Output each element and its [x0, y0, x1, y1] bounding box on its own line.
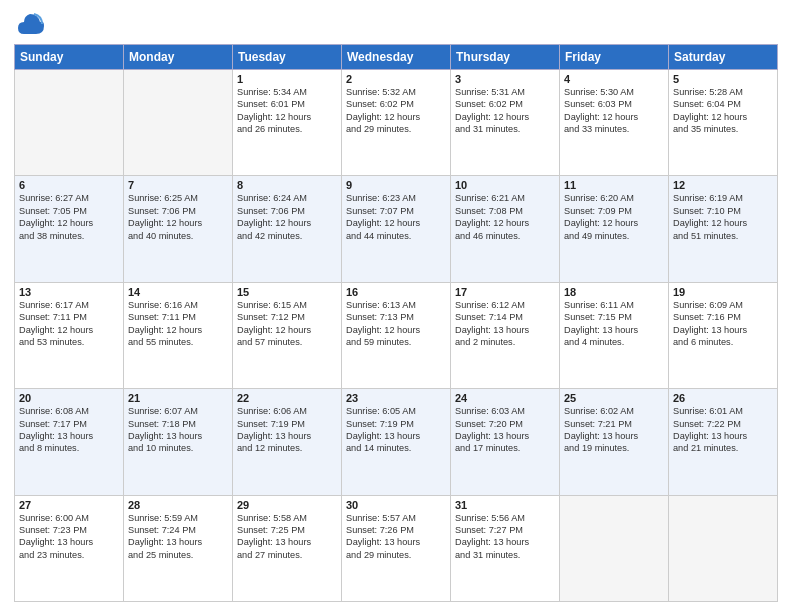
calendar-cell: 8Sunrise: 6:24 AM Sunset: 7:06 PM Daylig… [233, 176, 342, 282]
calendar-cell: 7Sunrise: 6:25 AM Sunset: 7:06 PM Daylig… [124, 176, 233, 282]
day-number: 14 [128, 286, 228, 298]
day-info: Sunrise: 5:32 AM Sunset: 6:02 PM Dayligh… [346, 86, 446, 136]
calendar-cell: 2Sunrise: 5:32 AM Sunset: 6:02 PM Daylig… [342, 70, 451, 176]
week-row-3: 13Sunrise: 6:17 AM Sunset: 7:11 PM Dayli… [15, 282, 778, 388]
day-number: 8 [237, 179, 337, 191]
weekday-header-row: SundayMondayTuesdayWednesdayThursdayFrid… [15, 45, 778, 70]
day-info: Sunrise: 6:01 AM Sunset: 7:22 PM Dayligh… [673, 405, 773, 455]
weekday-thursday: Thursday [451, 45, 560, 70]
calendar-cell: 12Sunrise: 6:19 AM Sunset: 7:10 PM Dayli… [669, 176, 778, 282]
day-info: Sunrise: 5:28 AM Sunset: 6:04 PM Dayligh… [673, 86, 773, 136]
calendar-cell [124, 70, 233, 176]
calendar-cell: 23Sunrise: 6:05 AM Sunset: 7:19 PM Dayli… [342, 389, 451, 495]
calendar-cell: 15Sunrise: 6:15 AM Sunset: 7:12 PM Dayli… [233, 282, 342, 388]
calendar-cell: 30Sunrise: 5:57 AM Sunset: 7:26 PM Dayli… [342, 495, 451, 601]
calendar-cell: 26Sunrise: 6:01 AM Sunset: 7:22 PM Dayli… [669, 389, 778, 495]
day-info: Sunrise: 6:17 AM Sunset: 7:11 PM Dayligh… [19, 299, 119, 349]
calendar-cell [669, 495, 778, 601]
day-number: 17 [455, 286, 555, 298]
day-info: Sunrise: 6:02 AM Sunset: 7:21 PM Dayligh… [564, 405, 664, 455]
day-number: 23 [346, 392, 446, 404]
day-info: Sunrise: 5:56 AM Sunset: 7:27 PM Dayligh… [455, 512, 555, 562]
day-number: 1 [237, 73, 337, 85]
calendar-cell: 13Sunrise: 6:17 AM Sunset: 7:11 PM Dayli… [15, 282, 124, 388]
day-number: 3 [455, 73, 555, 85]
header [14, 10, 778, 38]
day-number: 22 [237, 392, 337, 404]
calendar-cell: 19Sunrise: 6:09 AM Sunset: 7:16 PM Dayli… [669, 282, 778, 388]
calendar-cell: 18Sunrise: 6:11 AM Sunset: 7:15 PM Dayli… [560, 282, 669, 388]
day-info: Sunrise: 5:58 AM Sunset: 7:25 PM Dayligh… [237, 512, 337, 562]
day-number: 25 [564, 392, 664, 404]
week-row-4: 20Sunrise: 6:08 AM Sunset: 7:17 PM Dayli… [15, 389, 778, 495]
day-info: Sunrise: 5:30 AM Sunset: 6:03 PM Dayligh… [564, 86, 664, 136]
weekday-monday: Monday [124, 45, 233, 70]
calendar-cell: 4Sunrise: 5:30 AM Sunset: 6:03 PM Daylig… [560, 70, 669, 176]
day-number: 5 [673, 73, 773, 85]
day-info: Sunrise: 6:19 AM Sunset: 7:10 PM Dayligh… [673, 192, 773, 242]
calendar-cell: 1Sunrise: 5:34 AM Sunset: 6:01 PM Daylig… [233, 70, 342, 176]
calendar-cell: 28Sunrise: 5:59 AM Sunset: 7:24 PM Dayli… [124, 495, 233, 601]
day-number: 24 [455, 392, 555, 404]
day-number: 27 [19, 499, 119, 511]
day-number: 31 [455, 499, 555, 511]
day-info: Sunrise: 6:21 AM Sunset: 7:08 PM Dayligh… [455, 192, 555, 242]
day-info: Sunrise: 5:57 AM Sunset: 7:26 PM Dayligh… [346, 512, 446, 562]
day-info: Sunrise: 6:09 AM Sunset: 7:16 PM Dayligh… [673, 299, 773, 349]
day-number: 10 [455, 179, 555, 191]
day-number: 29 [237, 499, 337, 511]
day-info: Sunrise: 6:08 AM Sunset: 7:17 PM Dayligh… [19, 405, 119, 455]
calendar-cell: 25Sunrise: 6:02 AM Sunset: 7:21 PM Dayli… [560, 389, 669, 495]
calendar-cell: 16Sunrise: 6:13 AM Sunset: 7:13 PM Dayli… [342, 282, 451, 388]
day-info: Sunrise: 6:06 AM Sunset: 7:19 PM Dayligh… [237, 405, 337, 455]
day-info: Sunrise: 6:07 AM Sunset: 7:18 PM Dayligh… [128, 405, 228, 455]
calendar-cell [560, 495, 669, 601]
calendar-cell: 5Sunrise: 5:28 AM Sunset: 6:04 PM Daylig… [669, 70, 778, 176]
weekday-friday: Friday [560, 45, 669, 70]
week-row-1: 1Sunrise: 5:34 AM Sunset: 6:01 PM Daylig… [15, 70, 778, 176]
day-info: Sunrise: 5:31 AM Sunset: 6:02 PM Dayligh… [455, 86, 555, 136]
day-number: 9 [346, 179, 446, 191]
day-info: Sunrise: 6:11 AM Sunset: 7:15 PM Dayligh… [564, 299, 664, 349]
day-info: Sunrise: 6:15 AM Sunset: 7:12 PM Dayligh… [237, 299, 337, 349]
calendar-cell: 20Sunrise: 6:08 AM Sunset: 7:17 PM Dayli… [15, 389, 124, 495]
day-number: 11 [564, 179, 664, 191]
day-info: Sunrise: 6:23 AM Sunset: 7:07 PM Dayligh… [346, 192, 446, 242]
day-number: 2 [346, 73, 446, 85]
day-number: 16 [346, 286, 446, 298]
calendar-cell: 9Sunrise: 6:23 AM Sunset: 7:07 PM Daylig… [342, 176, 451, 282]
calendar-cell: 22Sunrise: 6:06 AM Sunset: 7:19 PM Dayli… [233, 389, 342, 495]
day-number: 30 [346, 499, 446, 511]
logo [14, 14, 44, 38]
logo-icon [16, 10, 44, 38]
calendar-table: SundayMondayTuesdayWednesdayThursdayFrid… [14, 44, 778, 602]
day-number: 6 [19, 179, 119, 191]
day-number: 13 [19, 286, 119, 298]
day-number: 28 [128, 499, 228, 511]
day-info: Sunrise: 6:25 AM Sunset: 7:06 PM Dayligh… [128, 192, 228, 242]
calendar-cell [15, 70, 124, 176]
day-info: Sunrise: 6:13 AM Sunset: 7:13 PM Dayligh… [346, 299, 446, 349]
day-info: Sunrise: 6:00 AM Sunset: 7:23 PM Dayligh… [19, 512, 119, 562]
week-row-2: 6Sunrise: 6:27 AM Sunset: 7:05 PM Daylig… [15, 176, 778, 282]
weekday-sunday: Sunday [15, 45, 124, 70]
calendar-cell: 24Sunrise: 6:03 AM Sunset: 7:20 PM Dayli… [451, 389, 560, 495]
day-number: 18 [564, 286, 664, 298]
calendar-cell: 21Sunrise: 6:07 AM Sunset: 7:18 PM Dayli… [124, 389, 233, 495]
day-info: Sunrise: 6:05 AM Sunset: 7:19 PM Dayligh… [346, 405, 446, 455]
day-number: 26 [673, 392, 773, 404]
day-number: 21 [128, 392, 228, 404]
calendar-cell: 14Sunrise: 6:16 AM Sunset: 7:11 PM Dayli… [124, 282, 233, 388]
day-info: Sunrise: 6:03 AM Sunset: 7:20 PM Dayligh… [455, 405, 555, 455]
day-info: Sunrise: 6:20 AM Sunset: 7:09 PM Dayligh… [564, 192, 664, 242]
day-info: Sunrise: 6:16 AM Sunset: 7:11 PM Dayligh… [128, 299, 228, 349]
day-number: 12 [673, 179, 773, 191]
calendar-cell: 29Sunrise: 5:58 AM Sunset: 7:25 PM Dayli… [233, 495, 342, 601]
weekday-wednesday: Wednesday [342, 45, 451, 70]
weekday-tuesday: Tuesday [233, 45, 342, 70]
day-info: Sunrise: 6:27 AM Sunset: 7:05 PM Dayligh… [19, 192, 119, 242]
day-number: 19 [673, 286, 773, 298]
calendar-cell: 6Sunrise: 6:27 AM Sunset: 7:05 PM Daylig… [15, 176, 124, 282]
day-info: Sunrise: 5:34 AM Sunset: 6:01 PM Dayligh… [237, 86, 337, 136]
day-number: 4 [564, 73, 664, 85]
